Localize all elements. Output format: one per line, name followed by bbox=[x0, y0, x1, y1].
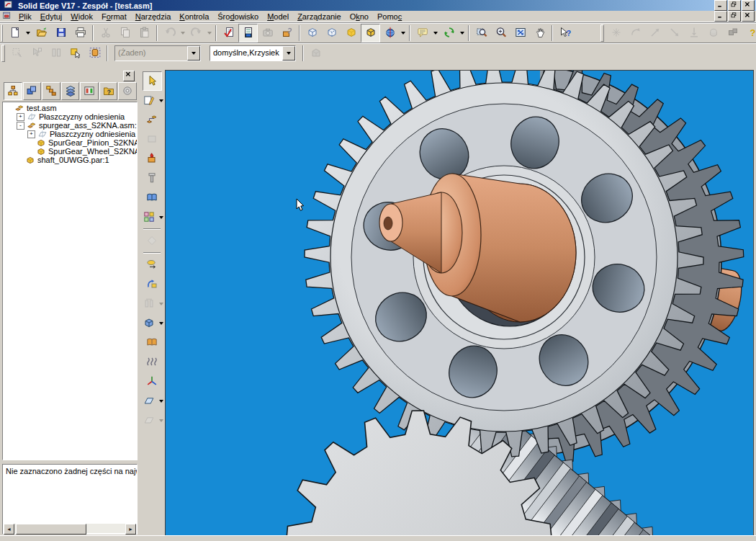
activate-capture-button[interactable] bbox=[85, 44, 104, 63]
sketch-plane-dropdown[interactable] bbox=[158, 412, 164, 429]
restore-button[interactable] bbox=[728, 0, 741, 11]
insert-relation-button[interactable] bbox=[665, 24, 684, 43]
3d-viewport[interactable] bbox=[165, 70, 754, 536]
reference-plane-dropdown[interactable] bbox=[158, 393, 164, 410]
tree-expander[interactable]: + bbox=[17, 113, 24, 121]
snapshot-button[interactable] bbox=[258, 24, 277, 43]
reference-plane-button[interactable] bbox=[140, 391, 158, 411]
select-columns-button[interactable] bbox=[46, 44, 66, 63]
springs-button[interactable] bbox=[143, 352, 162, 372]
help-select-button[interactable]: ? bbox=[555, 24, 575, 43]
rotate-view-button[interactable] bbox=[439, 24, 459, 43]
mdi-restore-button[interactable] bbox=[728, 11, 741, 22]
select-prior-button[interactable] bbox=[27, 44, 46, 63]
tab-layers[interactable] bbox=[61, 82, 80, 100]
undo-dropdown[interactable] bbox=[179, 24, 186, 42]
minimize-button[interactable] bbox=[714, 0, 727, 11]
wireframe-button[interactable] bbox=[302, 24, 322, 43]
assemble-button[interactable] bbox=[140, 294, 158, 313]
select-tool-button[interactable] bbox=[143, 71, 162, 91]
menu-widok[interactable]: Widok bbox=[66, 12, 97, 22]
undo-button[interactable] bbox=[160, 24, 179, 43]
coordinate-system-button[interactable] bbox=[143, 372, 162, 391]
shaded-with-edges-button[interactable] bbox=[361, 24, 380, 43]
close-button[interactable] bbox=[742, 0, 755, 11]
select-box-mode-button[interactable] bbox=[7, 44, 27, 63]
zoom-button[interactable] bbox=[491, 24, 510, 43]
toolbar-grip[interactable] bbox=[600, 24, 604, 42]
tab-assembly-pathfinder[interactable] bbox=[4, 82, 22, 100]
tree-item[interactable]: +Płaszczyzny odniesienia bbox=[3, 130, 137, 138]
scroll-track[interactable] bbox=[86, 524, 125, 533]
configuration-combo[interactable]: domyślne,Krzysiek bbox=[210, 45, 296, 61]
document-system-icon[interactable] bbox=[2, 12, 12, 21]
menu-format[interactable]: Format bbox=[97, 12, 131, 22]
pan-button[interactable] bbox=[530, 24, 549, 43]
relation-help-button[interactable]: ? bbox=[742, 24, 756, 43]
attachments-button[interactable] bbox=[277, 24, 297, 43]
combo-dropdown-icon[interactable] bbox=[282, 46, 295, 61]
open-button[interactable] bbox=[32, 24, 51, 43]
toolbar-grip[interactable] bbox=[1, 24, 3, 42]
menu-model[interactable]: Model bbox=[263, 12, 293, 22]
sketch-plane-button[interactable] bbox=[140, 411, 158, 430]
new-dropdown[interactable] bbox=[24, 24, 32, 42]
cut-button[interactable] bbox=[96, 24, 115, 43]
tree-item[interactable]: shaft_0UWGG.par:1 bbox=[3, 156, 137, 164]
named-views-button[interactable] bbox=[413, 24, 432, 43]
menu-narzdzia[interactable]: Narzędzia bbox=[131, 12, 176, 22]
pattern-parts-button[interactable] bbox=[140, 207, 158, 227]
rotate-part-button[interactable] bbox=[143, 274, 162, 294]
menu-edytuj[interactable]: Edytuj bbox=[36, 12, 67, 22]
activate-combo[interactable]: (Żaden) bbox=[114, 45, 201, 61]
3d-scene[interactable] bbox=[166, 71, 753, 536]
print-button[interactable] bbox=[71, 24, 90, 43]
gear-relation-button[interactable] bbox=[723, 24, 742, 43]
mdi-close-button[interactable] bbox=[742, 11, 755, 22]
mdi-minimize-button[interactable] bbox=[714, 11, 727, 22]
menu-okno[interactable]: Okno bbox=[346, 12, 373, 22]
tab-search[interactable]: ? bbox=[99, 82, 118, 100]
motor-relation-button[interactable] bbox=[703, 24, 723, 43]
view-orientation-dropdown[interactable] bbox=[400, 24, 407, 42]
tree-expander[interactable]: + bbox=[27, 130, 35, 138]
menu-rodowisko[interactable]: Środowisko bbox=[213, 12, 263, 22]
menu-plik[interactable]: Plik bbox=[14, 12, 36, 22]
tab-alternate-assemblies[interactable] bbox=[42, 82, 60, 100]
tree-item[interactable]: SpurGear_Pinion_S2KNA.par:1 bbox=[3, 138, 137, 147]
tab-web[interactable] bbox=[118, 82, 137, 100]
flash-fit-button[interactable] bbox=[606, 24, 626, 43]
scroll-left-button[interactable]: ◄ bbox=[4, 524, 14, 535]
insert-part-button[interactable] bbox=[143, 130, 162, 149]
rotate-view-dropdown[interactable] bbox=[459, 24, 466, 42]
tree-item[interactable]: test.asm bbox=[3, 104, 137, 112]
toolbar-grip[interactable] bbox=[1, 45, 5, 62]
tree-item[interactable]: -spurgear_ass_S2KNA.asm:1 bbox=[3, 121, 137, 130]
fit-button[interactable] bbox=[510, 24, 530, 43]
align-axis-button[interactable] bbox=[645, 24, 665, 43]
combo-dropdown-icon[interactable] bbox=[187, 46, 200, 61]
edgebar-close-button[interactable] bbox=[123, 71, 135, 81]
confirm-corner-button[interactable] bbox=[306, 44, 325, 63]
weldment-button[interactable] bbox=[143, 188, 162, 207]
new-button[interactable] bbox=[5, 24, 24, 43]
tree-item[interactable]: SpurGear_Wheel_S2KNA.par:1 bbox=[3, 147, 137, 156]
paste-button[interactable] bbox=[135, 24, 154, 43]
shaded-button[interactable] bbox=[341, 24, 361, 43]
select-document-button[interactable] bbox=[219, 24, 238, 43]
edgebar-toggle-button[interactable] bbox=[238, 24, 258, 43]
hidden-edges-button[interactable] bbox=[322, 24, 341, 43]
redo-button[interactable] bbox=[186, 24, 206, 43]
sketch-button[interactable] bbox=[140, 91, 158, 110]
fastener-system-button[interactable] bbox=[143, 169, 162, 188]
angle-relation-button[interactable] bbox=[626, 24, 645, 43]
redo-dropdown[interactable] bbox=[206, 24, 213, 42]
enclosure-button[interactable] bbox=[140, 313, 158, 333]
named-views-dropdown[interactable] bbox=[432, 24, 439, 42]
create-in-place-button[interactable] bbox=[143, 149, 162, 169]
menu-kontrola[interactable]: Kontrola bbox=[175, 12, 213, 22]
sketch-dropdown[interactable] bbox=[158, 92, 164, 109]
menu-zarzdzanie[interactable]: Zarządzanie bbox=[293, 12, 346, 22]
enclosure-dropdown[interactable] bbox=[158, 315, 164, 332]
menu-pomoc[interactable]: Pomoc bbox=[373, 12, 406, 22]
